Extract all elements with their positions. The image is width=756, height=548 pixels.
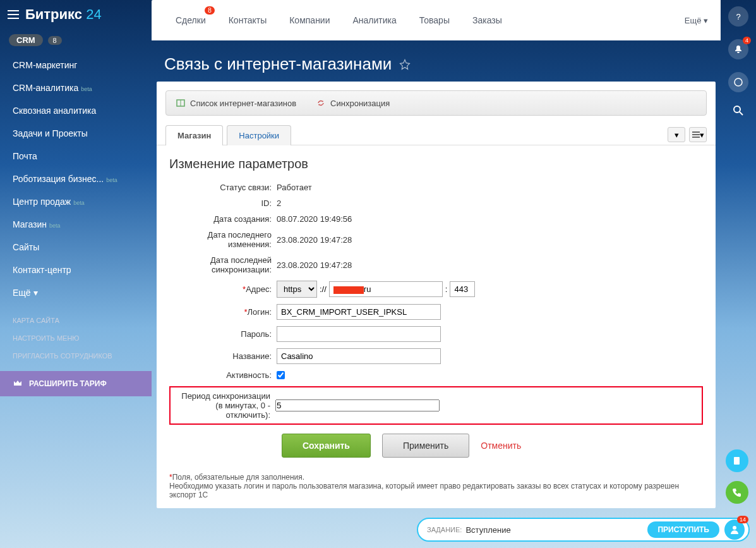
book-icon (176, 99, 185, 107)
label-active: Активность: (169, 370, 277, 380)
tab-dropdown-button[interactable]: ▾ (668, 127, 685, 142)
address-port-field[interactable] (450, 281, 475, 297)
sidebar-item-2: Сквозная аналитика (0, 99, 152, 122)
value-modified: 23.08.2020 19:47:28 (277, 235, 352, 245)
sidebar-small-0[interactable]: КАРТА САЙТА (0, 312, 152, 329)
topnav-more[interactable]: Ещё ▾ (685, 16, 708, 25)
label-address: *Адрес: (169, 284, 277, 294)
notifications-badge: 4 (743, 37, 751, 44)
label-password: Пароль: (169, 329, 277, 339)
top-nav: Сделки8КонтактыКомпанииАналитикаТоварыЗа… (152, 0, 721, 40)
label-synced: Дата последней синхронизации: (169, 255, 277, 274)
chat-button[interactable] (728, 72, 748, 92)
sidebar-item-6: Центр продажbeta (0, 190, 152, 213)
tabs: Магазин Настройки ▾ ▾ (157, 125, 716, 145)
address-protocol-select[interactable]: https (277, 281, 317, 298)
topnav-item-4[interactable]: Товары (408, 0, 461, 40)
save-button[interactable]: Сохранить (282, 434, 371, 458)
main-panel: Список интернет-магазинов Синхронизация … (157, 82, 716, 508)
menu-icon[interactable] (8, 10, 19, 19)
svg-rect-8 (734, 457, 740, 465)
floating-doc-button[interactable] (726, 449, 748, 472)
avatar-icon (729, 524, 740, 535)
tab-list-button[interactable]: ▾ (689, 127, 707, 142)
task-label: ЗАДАНИЕ: (427, 526, 462, 533)
search-icon (733, 105, 744, 116)
sidebar-item-4: Почта (0, 145, 152, 167)
login-field[interactable] (277, 304, 441, 320)
sidebar-small-1[interactable]: НАСТРОИТЬ МЕНЮ (0, 329, 152, 347)
label-status: Статус связи: (169, 183, 277, 192)
task-start-button[interactable]: ПРИСТУПИТЬ (647, 521, 719, 538)
sidebar-item-5: Роботизация бизнес...beta (0, 167, 152, 190)
label-id: ID: (169, 198, 277, 208)
document-icon (732, 456, 742, 466)
tab-settings[interactable]: Настройки (227, 125, 291, 145)
logo[interactable]: Битрикс 24 (25, 6, 102, 23)
cancel-link[interactable]: Отменить (481, 441, 521, 451)
phone-icon (732, 487, 742, 497)
sidebar-item-9: Контакт-центр (0, 259, 152, 281)
topnav-item-0[interactable]: Сделки8 (164, 0, 217, 40)
sidebar-item-1: CRM-аналитикаbeta (0, 76, 152, 99)
sidebar: Битрикс 24 CRM 8 CRM-маркетингCRM-аналит… (0, 0, 152, 548)
page-title: Связь с интернет-магазинами (164, 54, 392, 74)
search-button[interactable] (733, 105, 744, 118)
help-button[interactable]: ? (728, 6, 748, 27)
topnav-item-5[interactable]: Заказы (461, 0, 513, 40)
task-bottom-bar: ЗАДАНИЕ: Вступление ПРИСТУПИТЬ 14 (417, 518, 750, 542)
sidebar-item-0: CRM-маркетинг (0, 54, 152, 76)
bell-icon (734, 45, 743, 54)
task-badge: 14 (737, 516, 748, 523)
toolbar-sync[interactable]: Синхронизация (306, 99, 400, 108)
footnote: *Поля, обязательные для заполнения. Необ… (157, 464, 716, 508)
value-synced: 23.08.2020 19:47:28 (277, 260, 352, 270)
active-checkbox[interactable] (277, 371, 285, 379)
sync-period-highlight: Период синхронизации (в минутах, 0 - отк… (169, 386, 703, 425)
password-field[interactable] (277, 326, 441, 342)
sidebar-item-3: Задачи и Проекты (0, 122, 152, 145)
label-created: Дата создания: (169, 214, 277, 224)
toolbar-list-shops[interactable]: Список интернет-магазинов (166, 99, 306, 108)
name-field[interactable] (277, 348, 441, 364)
notifications-button[interactable]: 4 (728, 39, 748, 59)
sidebar-small-2[interactable]: ПРИГЛАСИТЬ СОТРУДНИКОВ (0, 347, 152, 365)
expand-tariff-button[interactable]: РАСШИРИТЬ ТАРИФ (0, 371, 152, 396)
value-created: 08.07.2020 19:49:56 (277, 214, 352, 224)
sidebar-item-7: Магазинbeta (0, 213, 152, 236)
floating-call-button[interactable] (726, 481, 748, 504)
crown-icon (13, 379, 23, 389)
topnav-item-1[interactable]: Контакты (217, 0, 278, 40)
sidebar-item-8: Сайты (0, 236, 152, 259)
favorite-star-icon[interactable] (399, 59, 411, 70)
svg-point-5 (735, 78, 742, 86)
list-icon (692, 131, 700, 138)
topnav-item-2[interactable]: Компании (278, 0, 341, 40)
label-name: Название: (169, 351, 277, 361)
address-domain-field[interactable]: ru (329, 281, 443, 297)
task-avatar[interactable]: 14 (724, 520, 745, 540)
sidebar-item-10: Ещё ▾ (0, 281, 152, 304)
sync-period-field[interactable] (275, 399, 440, 411)
form-heading: Изменение параметров (169, 157, 703, 171)
apply-button[interactable]: Применить (382, 434, 469, 458)
sync-icon (316, 99, 325, 107)
topnav-item-3[interactable]: Аналитика (342, 0, 408, 40)
svg-point-9 (733, 526, 736, 530)
value-status: Работает (277, 183, 312, 192)
value-id: 2 (277, 198, 281, 208)
crm-count-badge: 8 (48, 36, 62, 45)
tab-shop[interactable]: Магазин (165, 125, 223, 145)
chat-icon (734, 78, 743, 87)
svg-point-6 (734, 106, 740, 113)
label-login: *Логин: (169, 307, 277, 317)
label-sync-period: Период синхронизации (в минутах, 0 - отк… (173, 391, 275, 420)
label-modified: Дата последнего изменения: (169, 230, 277, 249)
svg-line-7 (740, 112, 743, 115)
crm-pill[interactable]: CRM (9, 34, 43, 46)
toolbar: Список интернет-магазинов Синхронизация (165, 90, 707, 116)
task-value: Вступление (465, 525, 647, 535)
